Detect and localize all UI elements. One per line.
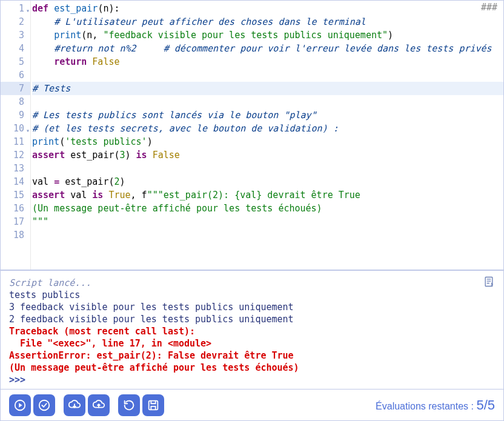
code-line[interactable]: # Les tests publics sont lancés via le b… [32,108,503,122]
code-line[interactable]: val = est_pair(2) [32,175,503,188]
code-line[interactable]: # (et les tests secrets, avec le bouton … [32,122,503,135]
code-line[interactable]: """ [32,215,503,228]
code-line[interactable]: #return not n%2 # décommenter pour voir … [32,42,503,55]
restart-button[interactable] [118,394,140,416]
evaluations-remaining: Évaluations restantes : 5/5 [376,397,495,413]
gutter-line-number: 10▾ [1,122,30,135]
console-pane[interactable]: Script lancé... tests publics3 feedback … [1,270,503,389]
eval-label: Évaluations restantes : [376,401,476,411]
save-button[interactable] [142,394,164,416]
gutter: 1▾2345678910▾1112131415161718 [1,1,31,270]
code-line[interactable]: print('tests publics') [32,135,503,148]
gutter-line-number: 17 [1,215,30,228]
code-area[interactable]: ### def est_pair(n): # L'utilisateur peu… [31,1,503,270]
gutter-line-number: 4 [1,42,30,55]
console-line: AssertionError: est_pair(2): False devra… [9,350,496,362]
console-line: Traceback (most recent call last): [9,325,496,337]
code-line[interactable]: assert val is True, f"""est_pair(2): {va… [32,188,503,202]
gutter-line-number: 15 [1,188,30,202]
gutter-line-number: 12 [1,148,30,162]
svg-point-2 [39,400,50,410]
code-line[interactable] [32,95,503,108]
validate-button[interactable] [33,394,55,416]
console-line: tests publics [9,289,496,301]
gutter-line-number: 8 [1,95,30,108]
console-line: File "<exec>", line 17, in <module> [9,337,496,350]
code-line[interactable]: def est_pair(n): [32,2,503,15]
console-line: 2 feedback visible pour les tests public… [9,313,496,325]
gutter-line-number: 2 [1,15,30,28]
gutter-line-number: 1▾ [1,2,30,15]
svg-rect-3 [149,400,158,409]
code-line[interactable]: # L'utilisateur peut afficher des choses… [32,15,503,28]
gutter-line-number: 14 [1,175,30,188]
code-editor-pane[interactable]: 1▾2345678910▾1112131415161718 ### def es… [1,1,503,270]
editor-right-marker: ### [481,2,497,13]
upload-button[interactable] [88,394,110,416]
code-line[interactable]: print(n, "feedback visible pour les test… [32,28,503,42]
gutter-line-number: 13 [1,162,30,175]
gutter-line-number: 6 [1,68,30,82]
gutter-line-number: 7 [1,82,30,95]
gutter-line-number: 11 [1,135,30,148]
console-line: 3 feedback visible pour les tests public… [9,301,496,313]
gutter-line-number: 16 [1,202,30,215]
console-line: (Un message peut-être affiché pour les t… [9,362,496,374]
code-line[interactable] [32,162,503,175]
gutter-line-number: 3 [1,28,30,42]
code-line[interactable] [32,228,503,242]
gutter-line-number: 18 [1,228,30,242]
console-status: Script lancé... [9,277,496,289]
code-line[interactable] [32,68,503,82]
code-line[interactable]: return False [32,55,503,68]
gutter-line-number: 9 [1,108,30,122]
eval-value: 5/5 [476,397,495,413]
console-prompt[interactable]: >>> [9,374,496,386]
restore-icon[interactable] [483,276,495,291]
code-line[interactable]: (Un message peut-être affiché pour les t… [32,202,503,215]
gutter-line-number: 5 [1,55,30,68]
download-button[interactable] [64,394,85,416]
code-line[interactable]: # Tests [32,82,503,95]
code-line[interactable]: assert est_pair(3) is False [32,148,503,162]
footer-bar: Évaluations restantes : 5/5 [1,389,503,420]
play-button[interactable] [9,394,31,416]
